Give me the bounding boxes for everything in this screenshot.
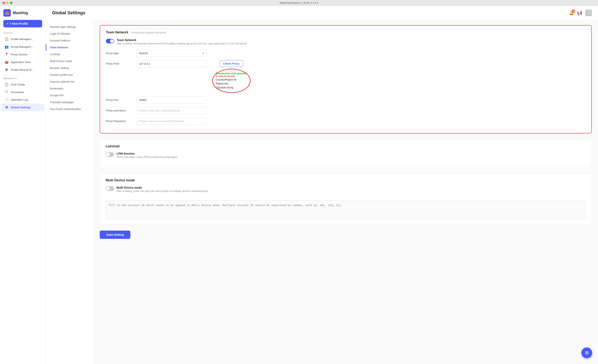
proxy-type-select-wrapper: Socks5 HTTP HTTPS SOCKS4 ▼ xyxy=(136,50,207,57)
proxy-port-label: Proxy Port xyxy=(106,98,133,101)
sidebar-item-permission[interactable]: 🛡 Permission xyxy=(1,89,44,96)
main-area: Global Settings 🔔 18 📢 Remote login sett… xyxy=(46,6,598,364)
minimize-btn[interactable] xyxy=(6,2,9,4)
logo-area: 🦊 Maskfog xyxy=(0,9,45,20)
sidebar-label-op-log: Operation Log xyxy=(11,98,28,101)
new-profile-label: + New Profile xyxy=(9,22,28,25)
sidebar-item-global-settings[interactable]: ⚙ Global Settings xyxy=(1,104,44,111)
subnav-google-api[interactable]: Google API xyxy=(46,92,93,99)
profile-mgmt-icon: 📋 xyxy=(5,37,9,41)
sub-nav: Remote login settings Login IP Allowlist… xyxy=(46,20,93,364)
main-header: Global Settings 🔔 18 📢 xyxy=(46,6,598,20)
sidebar-label-recycle: Profile Recycle B... xyxy=(11,68,34,71)
sidebar-item-operation-log[interactable]: 📄 Operation Log xyxy=(1,96,44,104)
luminati-section: Luminati LPM-Session Select only when us… xyxy=(100,140,592,168)
team-network-toggle-label: Team Network xyxy=(117,38,247,42)
app-container: 🦊 Maskfog + + New Profile Common 📋 Profi… xyxy=(0,6,598,364)
subnav-two-factor[interactable]: Two-Factor Authentication xyxy=(46,106,93,113)
proxy-port-row: Proxy Port xyxy=(106,96,586,104)
proxy-port-input[interactable] xyxy=(136,96,207,104)
multi-device-toggle-row: Multi Device mode After enabling, users … xyxy=(106,186,586,193)
luminati-toggle[interactable] xyxy=(106,152,114,157)
subnav-browser-setting[interactable]: Browser Setting xyxy=(46,65,93,71)
save-setting-button[interactable]: Save Setting xyxy=(100,231,130,239)
subnav-account-platform[interactable]: Account Platform xyxy=(46,37,93,44)
multi-device-section: Multi Device mode Multi Device mode Afte… xyxy=(100,174,592,225)
team-network-toggle-row: Team Network After enabling, the browser… xyxy=(106,38,586,45)
luminati-title: Luminati xyxy=(106,145,586,148)
result-passed-text: Connection test passed! xyxy=(216,72,247,75)
sidebar-item-profile-mgmt[interactable]: 📋 Profile Managem... xyxy=(1,35,44,43)
sidebar-item-cost-center[interactable]: 📋 Cost Center xyxy=(1,81,44,89)
check-proxy-area: Check Proxy Connection test passed! IP:1… xyxy=(212,60,251,93)
proxy-result: Connection test passed! IP:103.75.76.218… xyxy=(212,69,251,93)
team-network-toggle-info: Team Network After enabling, the browser… xyxy=(117,38,247,45)
page-title: Global Settings xyxy=(52,10,85,16)
sidebar-item-proxy-service[interactable]: 📍 Proxy Service xyxy=(1,51,44,58)
subnav-unproxy[interactable]: Unproxy address list xyxy=(46,78,93,85)
proxy-type-select[interactable]: Socks5 HTTP HTTPS SOCKS4 xyxy=(136,50,207,57)
common-section-label: Common xyxy=(0,32,45,35)
sidebar-item-profile-recycle[interactable]: 🗑 Profile Recycle B... xyxy=(1,66,44,73)
plus-icon: + xyxy=(7,22,8,25)
check-proxy-button[interactable]: Check Proxy xyxy=(220,60,243,67)
sidebar-label-proxy: Proxy Service xyxy=(11,53,27,56)
speaker-icon[interactable]: 📢 xyxy=(577,10,582,15)
chat-fab-button[interactable]: ⊞ xyxy=(581,348,592,358)
content-layout: Remote login settings Login IP Allowlist… xyxy=(46,20,598,364)
sidebar-divider xyxy=(3,75,42,75)
result-region: Region:ntw xyxy=(216,82,247,86)
proxy-username-row: Proxy username xyxy=(106,107,586,114)
settings-content: Team Network Temporarily support Windows… xyxy=(93,20,598,364)
team-network-toggle[interactable] xyxy=(106,39,114,43)
result-city: City:kwai chung xyxy=(216,86,247,90)
subnav-translate[interactable]: Translate webpages xyxy=(46,99,93,106)
close-btn[interactable] xyxy=(2,2,5,4)
proxy-host-label: Proxy Host xyxy=(106,62,133,65)
sidebar-label-group-mgmt: Group Managem... xyxy=(11,45,33,48)
luminati-toggle-info: LPM-Session Select only when using LPM (… xyxy=(116,152,177,159)
multi-device-toggle-label: Multi Device mode xyxy=(116,186,208,189)
subnav-custom-profile-icon[interactable]: Custom profile icon xyxy=(46,71,93,78)
luminati-toggle-label: LPM-Session xyxy=(116,152,177,155)
subnav-team-network[interactable]: Team Network xyxy=(46,44,93,51)
proxy-username-input[interactable] xyxy=(136,107,207,114)
proxy-type-row: Proxy type Socks5 HTTP HTTPS SOCKS4 ▼ xyxy=(106,50,586,57)
notification-badge: 18 xyxy=(572,9,575,13)
team-network-section: Team Network Temporarily support Windows… xyxy=(100,25,592,133)
window-controls[interactable] xyxy=(2,2,12,4)
sidebar-item-group-mgmt[interactable]: 👥 Group Managem... xyxy=(1,43,44,51)
permission-icon: 🛡 xyxy=(5,90,9,94)
group-mgmt-icon: 👥 xyxy=(5,45,9,49)
notification-icon[interactable]: 🔔 18 xyxy=(569,10,574,15)
maximize-btn[interactable] xyxy=(10,2,12,4)
proxy-username-label: Proxy username xyxy=(106,109,133,112)
proxy-password-input[interactable] xyxy=(136,117,207,125)
subnav-remote-login[interactable]: Remote login settings xyxy=(46,24,93,30)
luminati-toggle-row: LPM-Session Select only when using LPM (… xyxy=(106,152,586,159)
op-log-icon: 📄 xyxy=(5,98,9,102)
team-network-title-row: Team Network Temporarily support Windows xyxy=(106,31,586,34)
logo-text: Maskfog xyxy=(13,11,28,15)
subnav-login-ip[interactable]: Login IP Allowlist xyxy=(46,30,93,37)
multi-device-textarea[interactable] xyxy=(106,201,586,219)
subnav-luminati[interactable]: Luminati xyxy=(46,51,93,58)
sidebar-label-cost-center: Cost Center xyxy=(11,83,25,86)
sidebar-label-app-center: Application Cent... xyxy=(11,61,33,64)
proxy-host-row: Proxy Host Check Proxy Connection test p… xyxy=(106,60,586,93)
cost-center-icon: 📋 xyxy=(5,83,9,87)
subnav-multi-device[interactable]: Multi Device mode xyxy=(46,58,93,65)
sidebar-item-app-center[interactable]: 📦 Application Cent... xyxy=(1,58,44,66)
proxy-type-label: Proxy type xyxy=(106,52,133,55)
subnav-bookmarks[interactable]: Bookmarks xyxy=(46,85,93,92)
proxy-host-input[interactable] xyxy=(136,60,207,67)
app-center-icon: 📦 xyxy=(5,60,9,64)
new-profile-button[interactable]: + + New Profile xyxy=(3,20,42,27)
multi-device-toggle-desc: After enabling, users can open the same … xyxy=(116,190,208,193)
multi-device-toggle[interactable] xyxy=(106,186,114,191)
logo-icon: 🦊 xyxy=(3,9,11,16)
proxy-password-label: Proxy Password xyxy=(106,120,133,123)
chat-icon: ⊞ xyxy=(585,350,589,356)
titlebar: MaskFog Browser | 1.8.20 | 1.0.1.2 xyxy=(0,0,598,6)
team-network-toggle-desc: After enabling, the browser environment … xyxy=(117,42,247,45)
